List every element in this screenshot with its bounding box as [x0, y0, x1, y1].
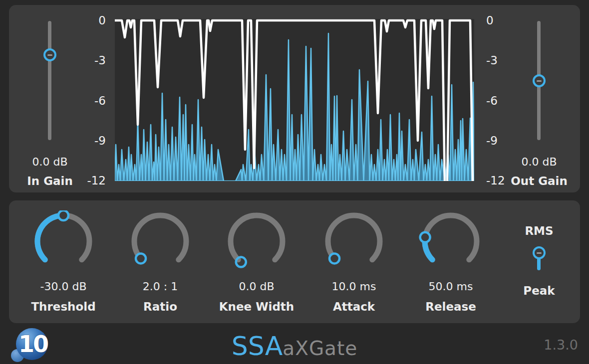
in-gain-slider-handle[interactable]: [43, 48, 56, 61]
knee-knob-group: 0.0 dBKnee Width: [209, 210, 304, 318]
attack-knob-group: 10.0 msAttack: [306, 210, 401, 318]
brand-name: SSA: [232, 331, 283, 361]
threshold-knob[interactable]: [28, 210, 98, 272]
knee-label: Knee Width: [209, 300, 304, 313]
in-gain-slider-track[interactable]: [48, 21, 51, 140]
meter-panel: 0.0 dB In Gain 0-3-6-9-12 0-3-6-9-12 0.0…: [9, 5, 580, 192]
out-gain-control: 0.0 dB Out Gain: [504, 5, 574, 192]
version-label: 1.3.0: [544, 337, 578, 353]
attack-value: 10.0 ms: [306, 280, 401, 293]
threshold-value: -30.0 dB: [16, 280, 111, 293]
knee-value: 0.0 dB: [209, 280, 304, 293]
release-knob-group: 50.0 msRelease: [403, 210, 498, 318]
db-scale-left: 0-3-6-9-12: [64, 5, 106, 192]
knee-knob[interactable]: [222, 210, 292, 272]
plugin-title: SSAaXGate: [0, 331, 589, 361]
attack-knob-indicator: [329, 253, 339, 263]
scope-waveform: [115, 19, 474, 181]
db-tick-label: 0: [64, 13, 106, 27]
out-gain-slider-handle[interactable]: [533, 74, 546, 87]
release-knob-indicator: [420, 232, 430, 242]
peak-label[interactable]: Peak: [509, 284, 569, 297]
controls-panel: -30.0 dBThreshold2.0 : 1Ratio0.0 dBKnee …: [9, 200, 580, 323]
ratio-knob[interactable]: [125, 210, 195, 272]
plugin-window: 0.0 dB In Gain 0-3-6-9-12 0-3-6-9-12 0.0…: [0, 0, 589, 364]
db-tick-label: -6: [64, 94, 106, 108]
out-gain-value: 0.0 dB: [504, 156, 574, 168]
detector-toggle-handle[interactable]: [533, 246, 546, 259]
release-value: 50.0 ms: [403, 280, 498, 293]
detector-mode-toggle: RMS Peak: [509, 210, 569, 318]
ratio-label: Ratio: [113, 300, 208, 313]
scope-display: [115, 19, 474, 181]
db-tick-label: -3: [64, 53, 106, 67]
db-tick-label: -12: [64, 174, 106, 187]
release-knob[interactable]: [416, 210, 486, 272]
footer: 10 SSAaXGate 1.3.0: [0, 323, 589, 364]
attack-knob[interactable]: [319, 210, 389, 272]
ratio-knob-indicator: [136, 253, 146, 263]
attack-label: Attack: [306, 300, 401, 313]
product-name: aXGate: [283, 337, 357, 360]
out-gain-label: Out Gain: [504, 175, 574, 187]
handle-dash-icon: [537, 252, 542, 254]
rms-label[interactable]: RMS: [509, 224, 569, 237]
threshold-label: Threshold: [16, 300, 111, 313]
ratio-knob-group: 2.0 : 1Ratio: [113, 210, 208, 318]
threshold-knob-indicator: [58, 210, 68, 220]
release-label: Release: [403, 300, 498, 313]
handle-dash-icon: [47, 54, 52, 56]
db-tick-label: -9: [64, 134, 106, 148]
handle-dash-icon: [537, 80, 542, 82]
ratio-value: 2.0 : 1: [113, 280, 208, 293]
threshold-knob-group: -30.0 dBThreshold: [16, 210, 111, 318]
